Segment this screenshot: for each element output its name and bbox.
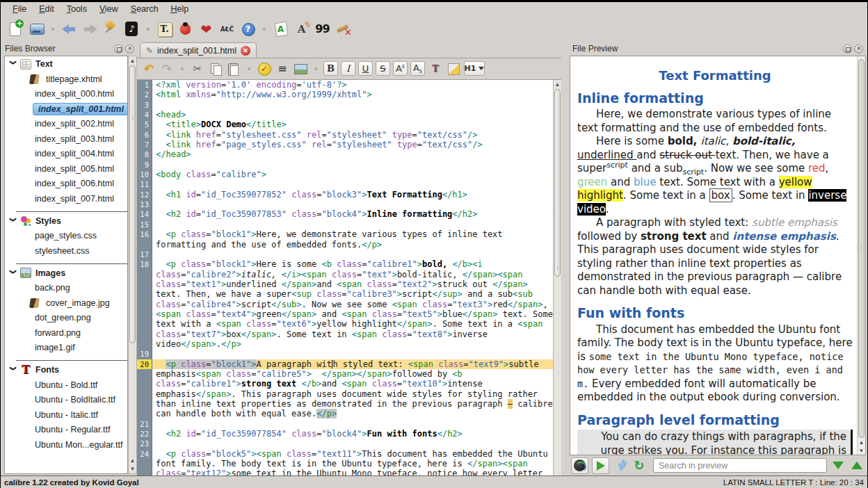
menu-file[interactable]: File: [7, 3, 32, 15]
close-panel-icon[interactable]: [125, 44, 134, 54]
code-line-wrap: formatting and the use of embedded fonts…: [137, 240, 553, 250]
close-panel-icon[interactable]: [854, 44, 863, 54]
heading-icon[interactable]: H1: [464, 61, 485, 76]
undock-panel-icon[interactable]: [114, 44, 123, 54]
help-icon[interactable]: ?: [239, 19, 257, 38]
menu-search[interactable]: Search: [125, 3, 164, 15]
preview-scrollbar-thumb[interactable]: [858, 59, 865, 438]
redo-icon[interactable]: ↷: [159, 61, 175, 76]
file-item-cover-image-jpg[interactable]: cover_image.jpg: [5, 295, 127, 311]
sync-position-icon[interactable]: [613, 458, 628, 473]
cut-icon[interactable]: ✂: [190, 61, 205, 76]
file-item-index-split-000-html[interactable]: index_split_000.html: [5, 87, 127, 102]
tab-close-icon[interactable]: ✕: [241, 46, 250, 56]
menu-edit[interactable]: Edit: [33, 3, 60, 15]
subscript-icon[interactable]: A: [410, 61, 425, 76]
find-previous-icon[interactable]: [849, 458, 865, 473]
files-scrollbar[interactable]: ▲ ▲ ▼: [128, 56, 137, 474]
file-item-index-split-001-html[interactable]: index_split_001.html: [5, 101, 127, 117]
scroll-up-icon[interactable]: ▲: [554, 80, 561, 88]
bold-icon[interactable]: B: [323, 61, 338, 76]
editor-scrollbar[interactable]: ▲: [553, 80, 561, 475]
code-line-wrap: class="calibre2">italic, </i><span class…: [137, 270, 553, 279]
polish-book-icon[interactable]: ♪: [122, 19, 141, 38]
file-item-stylesheet-css[interactable]: stylesheet.css: [5, 243, 127, 259]
superscript-icon[interactable]: A: [393, 61, 408, 76]
scroll-up-icon[interactable]: ▲: [858, 438, 865, 446]
donate-icon[interactable]: ❤: [197, 19, 216, 38]
file-item-ubuntu-mon-egular-ttf[interactable]: Ubuntu Mon...egular.ttf: [5, 437, 127, 453]
check-book-icon[interactable]: [176, 19, 195, 38]
edit-pencil-icon: ✎: [146, 46, 153, 56]
file-item-ubuntu-bolditalic-ttf[interactable]: Ubuntu - BoldItalic.ttf: [5, 393, 127, 408]
edit-toc-icon[interactable]: A: [292, 19, 311, 38]
new-file-icon[interactable]: [6, 19, 25, 38]
spell-check-icon[interactable]: ✓: [257, 61, 272, 76]
file-item-index-split-004-html[interactable]: index_split_004.html: [5, 147, 127, 162]
file-item-index-split-007-html[interactable]: index_split_007.html: [5, 191, 127, 206]
format-text-icon[interactable]: ≡: [275, 61, 290, 76]
file-item-ubuntu-bold-ttf[interactable]: Ubuntu - Bold.ttf: [5, 377, 127, 393]
file-item-image1-gif[interactable]: image1.gif: [5, 341, 127, 356]
copy-icon[interactable]: [208, 61, 223, 76]
file-item-dot-green-png[interactable]: dot_green.png: [5, 311, 127, 326]
insert-image-icon[interactable]: [293, 61, 308, 76]
chevron-down-icon[interactable]: [10, 61, 16, 67]
editor-scrollbar-thumb[interactable]: [554, 89, 561, 277]
file-item-titlepage-xhtml[interactable]: titlepage.xhtml: [5, 72, 127, 87]
file-item-label: index_split_001.html: [33, 103, 128, 115]
chevron-down-icon[interactable]: [10, 367, 16, 373]
toc-icon[interactable]: A: [271, 19, 290, 38]
section-images[interactable]: Images: [5, 266, 127, 281]
preview-title: Text Formatting: [577, 69, 853, 83]
italic-icon[interactable]: I: [341, 61, 355, 76]
chevron-down-icon[interactable]: [10, 218, 16, 224]
file-item-label: Ubuntu - BoldItalic.ttf: [33, 394, 118, 405]
back-icon[interactable]: [60, 19, 79, 38]
scroll-up-icon[interactable]: ▲: [129, 456, 136, 464]
file-item-index-split-005-html[interactable]: index_split_005.html: [5, 161, 127, 177]
remove-unused-css-icon[interactable]: ✕: [334, 19, 353, 38]
scroll-down-icon[interactable]: ▼: [129, 464, 136, 473]
strikethrough-icon[interactable]: S: [376, 61, 390, 76]
file-item-forward-png[interactable]: forward.png: [5, 325, 127, 341]
refresh-icon[interactable]: ↻: [632, 458, 647, 473]
find-next-icon[interactable]: [830, 458, 846, 473]
underline-icon[interactable]: U: [358, 61, 373, 76]
menu-tools[interactable]: Tools: [61, 3, 93, 15]
panel-splitter[interactable]: [561, 42, 570, 475]
chevron-down-icon[interactable]: [10, 270, 16, 276]
preview-scrollbar[interactable]: ▲ ▼: [857, 56, 865, 455]
file-item-ubuntu-italic-ttf[interactable]: Ubuntu - Italic.ttf: [5, 407, 127, 423]
file-item-back-png[interactable]: back.png: [5, 281, 127, 296]
section-fonts[interactable]: Fonts: [5, 362, 127, 377]
tab-index-split-001[interactable]: ✎ index_split_001.html ✕: [140, 42, 257, 58]
paste-icon[interactable]: [226, 61, 241, 76]
background-color-icon[interactable]: [446, 61, 461, 76]
code-editor[interactable]: 1<?xml version='1.0' encoding='utf-8'?>2…: [137, 79, 561, 475]
file-item-page-styles-css[interactable]: page_styles.css: [5, 229, 127, 244]
menu-view[interactable]: View: [94, 3, 124, 15]
files-scrollbar-thumb[interactable]: [129, 65, 136, 343]
pin-icon[interactable]: [102, 19, 120, 38]
smarten-punctuation-icon[interactable]: 99: [313, 19, 332, 38]
section-styles[interactable]: Styles: [5, 213, 127, 229]
save-icon[interactable]: [27, 19, 46, 38]
run-preview-button[interactable]: [592, 457, 609, 474]
manage-fonts-icon[interactable]: T.: [155, 19, 174, 38]
menu-help[interactable]: Help: [165, 3, 194, 15]
preview-search-input[interactable]: [653, 458, 827, 473]
scroll-up-icon[interactable]: ▲: [129, 56, 136, 65]
section-text[interactable]: Text: [5, 56, 127, 72]
file-item-index-split-002-html[interactable]: index_split_002.html: [5, 117, 127, 132]
file-item-index-split-006-html[interactable]: index_split_006.html: [5, 177, 127, 192]
font-color-icon[interactable]: T: [428, 61, 443, 76]
file-item-index-split-003-html[interactable]: index_split_003.html: [5, 131, 127, 147]
auto-reload-button[interactable]: [571, 457, 588, 474]
undock-panel-icon[interactable]: [843, 44, 852, 54]
undo-icon[interactable]: ↶: [141, 61, 156, 76]
file-item-ubuntu-regular-ttf[interactable]: Ubuntu - Regular.ttf: [5, 423, 127, 438]
forward-icon[interactable]: [81, 19, 99, 38]
spellcheck-icon[interactable]: ÅŁČ: [218, 19, 236, 38]
scroll-down-icon[interactable]: ▼: [858, 446, 865, 455]
